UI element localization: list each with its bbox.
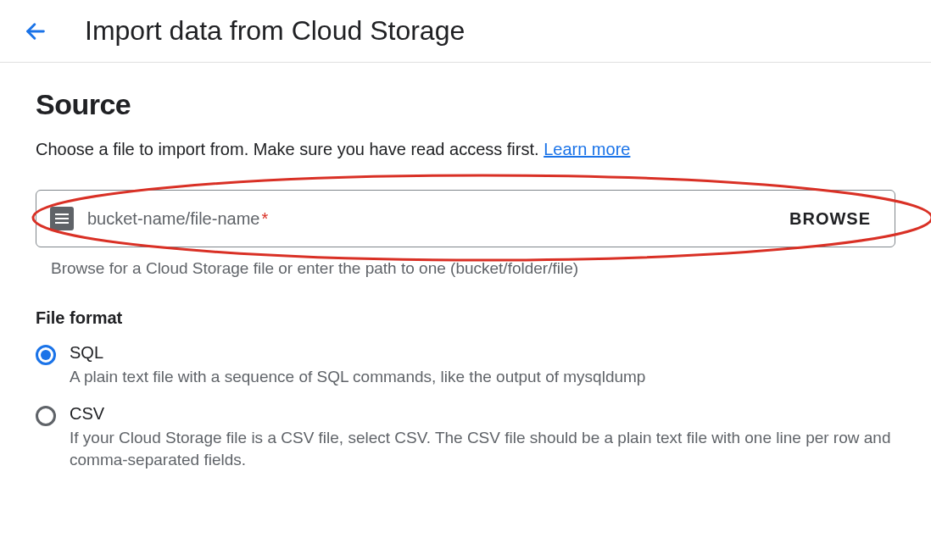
input-helper-text: Browse for a Cloud Storage file or enter… <box>51 259 895 278</box>
file-format-heading: File format <box>36 308 895 328</box>
page-title: Import data from Cloud Storage <box>85 15 465 47</box>
radio-selected-dot <box>41 350 51 360</box>
file-icon <box>50 207 74 230</box>
option-csv-description: If your Cloud Storage file is a CSV file… <box>70 427 895 472</box>
content-area: Source Choose a file to import from. Mak… <box>0 63 931 507</box>
file-input-wrapper: bucket-name/file-name* BROWSE <box>36 190 895 247</box>
radio-csv-circle[interactable] <box>36 406 56 426</box>
required-indicator: * <box>261 209 268 228</box>
page-header: Import data from Cloud Storage <box>0 0 931 63</box>
option-csv-text: CSV If your Cloud Storage file is a CSV … <box>70 404 895 472</box>
source-heading: Source <box>36 88 895 121</box>
option-sql-description: A plain text file with a sequence of SQL… <box>70 366 895 389</box>
arrow-left-icon <box>24 19 47 43</box>
browse-button[interactable]: BROWSE <box>784 208 876 230</box>
source-description: Choose a file to import from. Make sure … <box>36 140 895 159</box>
radio-option-csv[interactable]: CSV If your Cloud Storage file is a CSV … <box>36 404 895 472</box>
input-placeholder: bucket-name/file-name* <box>87 209 784 229</box>
source-description-text: Choose a file to import from. Make sure … <box>36 140 544 158</box>
radio-option-sql[interactable]: SQL A plain text file with a sequence of… <box>36 343 895 389</box>
cloud-storage-path-input[interactable]: bucket-name/file-name* BROWSE <box>36 190 895 247</box>
option-sql-label: SQL <box>70 343 895 363</box>
back-arrow-button[interactable] <box>20 16 51 47</box>
option-csv-label: CSV <box>70 404 895 424</box>
learn-more-link[interactable]: Learn more <box>544 140 630 158</box>
option-sql-text: SQL A plain text file with a sequence of… <box>70 343 895 389</box>
radio-sql-circle[interactable] <box>36 345 56 365</box>
